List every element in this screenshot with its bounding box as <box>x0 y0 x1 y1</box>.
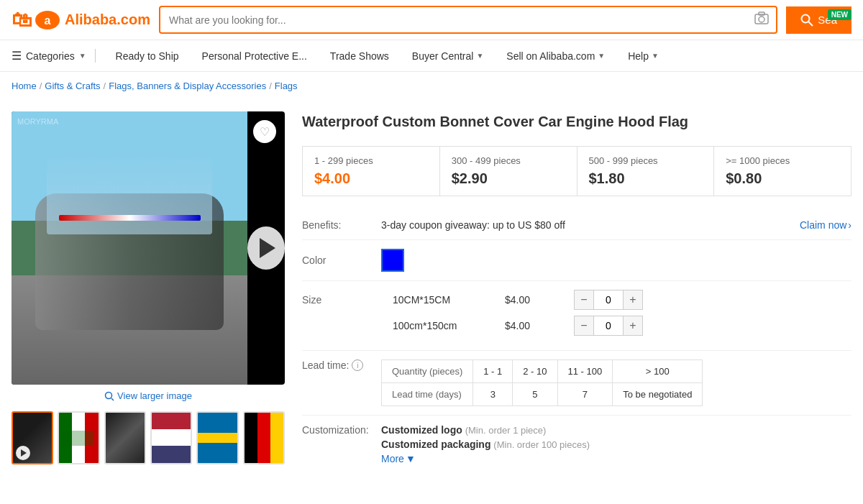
customization-label: Customization: <box>302 424 381 436</box>
buyer-central-arrow-icon: ▼ <box>476 52 483 60</box>
lead-table-days-label: Lead time (days) <box>382 383 473 406</box>
logo[interactable]: 🛍 a Alibaba.com <box>12 8 150 32</box>
qty-increase-1[interactable]: + <box>623 290 643 310</box>
nav-label-sell: Sell on Alibaba.com <box>506 50 595 62</box>
thumb-play-icon <box>16 446 30 460</box>
product-video[interactable]: MORYRMA ♡ <box>12 111 285 385</box>
qty-control-1: − + <box>574 290 643 310</box>
lead-time-info-icon[interactable]: i <box>352 359 363 371</box>
product-images: MORYRMA ♡ View larger image <box>12 111 285 473</box>
lead-table-qty-2: 2 - 10 <box>513 360 557 383</box>
breadcrumb-sep-3: / <box>269 81 272 91</box>
svg-rect-4 <box>759 12 764 15</box>
wishlist-button[interactable]: ♡ <box>253 120 276 143</box>
size-value-1: 10CM*15CM <box>393 294 493 306</box>
benefits-label: Benefits: <box>302 219 381 231</box>
customization-item-1: Customized logo (Min. order 1 piece) <box>381 424 851 436</box>
main-content: MORYRMA ♡ View larger image <box>0 100 863 485</box>
claim-chevron-icon: › <box>848 219 851 231</box>
price-range-3: 500 - 999 pieces <box>589 155 703 166</box>
nav-label-buyer-central: Buyer Central <box>412 50 474 62</box>
nav-label-trade-shows: Trade Shows <box>330 50 389 62</box>
claim-now-label: Claim now <box>800 219 846 231</box>
nav-item-sell[interactable]: Sell on Alibaba.com ▼ <box>495 40 616 72</box>
breadcrumb-gifts[interactable]: Gifts & Crafts <box>45 81 100 91</box>
more-chevron-icon: ▼ <box>406 453 416 464</box>
thumbnail-4[interactable] <box>150 411 192 464</box>
thumbnail-3[interactable] <box>104 411 146 464</box>
breadcrumb-flags-banners[interactable]: Flags, Banners & Display Accessories <box>109 81 266 91</box>
thumbnail-2[interactable] <box>58 411 99 464</box>
svg-line-8 <box>111 398 114 400</box>
more-link[interactable]: More ▼ <box>381 453 851 464</box>
nav-item-personal-protective[interactable]: Personal Protective E... <box>191 40 319 72</box>
custom-item-2-detail: (Min. order 100 pieces) <box>493 439 590 450</box>
breadcrumb-sep-2: / <box>104 81 106 91</box>
help-arrow-icon: ▼ <box>652 52 659 60</box>
customization-row: Customization: Customized logo (Min. ord… <box>302 416 851 473</box>
price-col-4: >= 1000 pieces $0.80 <box>714 147 851 196</box>
play-triangle-icon <box>260 238 275 258</box>
svg-point-7 <box>106 392 112 398</box>
qty-input-2[interactable] <box>594 316 623 336</box>
color-swatch-blue[interactable] <box>381 249 404 272</box>
breadcrumb-flags[interactable]: Flags <box>275 81 298 91</box>
camera-icon[interactable] <box>747 7 776 32</box>
nav-label-help: Help <box>628 50 649 62</box>
qty-decrease-2[interactable]: − <box>574 316 594 336</box>
price-table: 1 - 299 pieces $4.00 300 - 499 pieces $2… <box>302 146 851 196</box>
customization-item-2: Customized packaging (Min. order 100 pie… <box>381 439 851 450</box>
qty-input-1[interactable] <box>594 290 623 310</box>
size-row: Size 10CM*15CM $4.00 − + 100cm*150cm $4.… <box>302 281 851 351</box>
svg-line-6 <box>808 22 813 26</box>
customization-values: Customized logo (Min. order 1 piece) Cus… <box>381 424 851 464</box>
lead-table-qty-4: > 100 <box>613 360 703 383</box>
lead-table-days-4: To be negotiated <box>613 383 703 406</box>
hamburger-icon: ☰ <box>12 49 22 63</box>
nav-categories[interactable]: ☰ Categories ▼ <box>12 49 96 63</box>
video-scene <box>12 111 247 385</box>
benefits-text: 3-day coupon giveaway: up to US $80 off <box>381 219 800 231</box>
nav-label-personal-protective: Personal Protective E... <box>202 50 307 62</box>
size-price-2: $4.00 <box>505 320 562 331</box>
price-value-1: $4.00 <box>314 170 428 187</box>
nav-item-buyer-central[interactable]: Buyer Central ▼ <box>401 40 496 72</box>
logo-text: Alibaba.com <box>65 12 150 28</box>
size-price-1: $4.00 <box>505 294 562 306</box>
lead-time-row: Lead time: i Quantity (pieces) 1 - 1 2 -… <box>302 351 851 416</box>
size-option-1: Size 10CM*15CM $4.00 − + <box>302 290 851 310</box>
qty-increase-2[interactable]: + <box>623 316 643 336</box>
nav-item-trade-shows[interactable]: Trade Shows <box>319 40 401 72</box>
search-btn-wrapper: NEW Sea <box>786 6 851 34</box>
search-input[interactable] <box>160 9 747 32</box>
price-range-4: >= 1000 pieces <box>726 155 839 166</box>
breadcrumb-home[interactable]: Home <box>12 81 37 91</box>
lead-time-text: Lead time: <box>302 359 349 371</box>
size-value-2: 100cm*150cm <box>393 320 493 331</box>
price-value-3: $1.80 <box>589 170 703 187</box>
thumbnail-1[interactable] <box>12 411 53 464</box>
thumbnail-5[interactable] <box>196 411 238 464</box>
benefits-row: Benefits: 3-day coupon giveaway: up to U… <box>302 211 851 240</box>
claim-now-button[interactable]: Claim now › <box>800 219 851 231</box>
product-details: Waterproof Custom Bonnet Cover Car Engin… <box>302 111 851 473</box>
price-col-2: 300 - 499 pieces $2.90 <box>440 147 577 196</box>
lead-table-qty-3: 11 - 100 <box>557 360 613 383</box>
price-value-2: $2.90 <box>452 170 565 187</box>
thumbnail-6[interactable] <box>243 411 285 464</box>
price-col-1: 1 - 299 pieces $4.00 <box>303 147 440 196</box>
qty-decrease-1[interactable]: − <box>574 290 594 310</box>
size-label-1: Size <box>302 294 381 306</box>
lead-time-label: Lead time: i <box>302 359 381 371</box>
play-button[interactable] <box>247 226 285 270</box>
thumb-play-triangle <box>21 449 27 457</box>
view-larger-link[interactable]: View larger image <box>12 385 285 407</box>
lead-table-days-1: 3 <box>473 383 513 406</box>
nav-item-help[interactable]: Help ▼ <box>616 40 670 72</box>
svg-point-5 <box>802 14 810 22</box>
alibaba-icon: a <box>35 10 60 30</box>
custom-item-1-name: Customized logo <box>381 424 462 436</box>
price-value-4: $0.80 <box>726 170 839 187</box>
nav-item-ready-to-ship[interactable]: Ready to Ship <box>104 40 191 72</box>
categories-arrow-icon: ▼ <box>79 52 86 60</box>
